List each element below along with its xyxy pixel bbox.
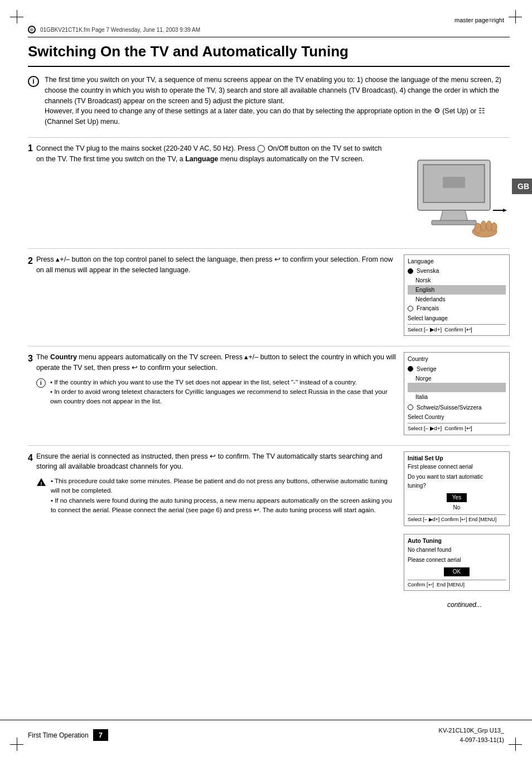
circle-mark: ⊕ (28, 26, 36, 33)
auto-tuning-footer: Confirm [↩] End [MENU] (408, 580, 506, 589)
initial-setup-footer: Select [– ▶d+] Confirm [↩] End [MENU] (408, 514, 506, 523)
crosshair-top-left (10, 10, 23, 23)
info-icon: i (28, 76, 39, 87)
tv-image-area (398, 143, 510, 238)
screen2-item-1: Svenska (415, 266, 440, 276)
product-code: KV-21CL10K_Grp U13_ (439, 726, 504, 735)
auto-tuning-box: Auto Tuning No channel found Please conn… (404, 534, 510, 591)
step-4-screens: Initial Set Up First please connect aeri… (404, 451, 510, 591)
step-4-section: 4 Ensure the aerial is connected as inst… (28, 451, 510, 591)
svg-point-11 (486, 221, 492, 231)
svg-point-10 (481, 221, 486, 231)
screen2-item-2: Norsk (408, 276, 506, 285)
initial-setup-buttons: Yes No (408, 492, 506, 512)
bullet-filled-3 (408, 366, 413, 372)
initial-setup-line3: tuning? (408, 482, 506, 490)
bullet-2 (408, 306, 413, 311)
step-1-number: 1 (28, 143, 33, 153)
warning-icon-4: ! (36, 478, 46, 487)
intro-text: The first time you switch on your TV, a … (45, 75, 510, 127)
page-number: 7 (93, 729, 108, 741)
auto-tuning-line1: No channel found (408, 546, 506, 554)
step-4-left: 4 Ensure the aerial is connected as inst… (28, 451, 396, 519)
step-2-screen: Language Svenska Norsk English Nederland… (404, 254, 510, 336)
note-4a-text: • This procedure could take some minutes… (51, 476, 396, 515)
svg-rect-5 (432, 220, 476, 225)
intro-box: i The first time you switch on your TV, … (28, 75, 510, 127)
divider-4 (28, 445, 510, 446)
screen2-select-label: Select language (408, 315, 506, 322)
step-1-section: 1 Connect the TV plug to the mains socke… (28, 143, 510, 238)
step-4-content: Ensure the aerial is connected as instru… (36, 451, 396, 519)
step-1-content: Connect the TV plug to the mains socket … (36, 143, 390, 165)
auto-tuning-title: Auto Tuning (408, 537, 506, 545)
step-3-left: 3 The Country menu appears automatically… (28, 352, 396, 410)
svg-point-9 (475, 223, 481, 233)
note-icon-i-3a: i (36, 378, 46, 388)
screen2-item-4: Nederlands (408, 295, 506, 304)
initial-setup-line1: First please connect aerial (408, 463, 506, 471)
top-meta: master page=right (28, 17, 510, 23)
auto-tuning-line2: Please connect aerial (408, 556, 506, 564)
step-2-section: 2 Press ▴+/– button on the top control p… (28, 254, 510, 336)
bottom-nav: First Time Operation 7 KV-21CL10K_Grp U1… (0, 720, 532, 744)
auto-tuning-ok: OK (408, 566, 506, 577)
crosshair-top-right (509, 10, 522, 23)
screen2-item-3: English (408, 285, 506, 295)
gb-tab: GB (512, 179, 532, 194)
screen2-item-5: Français (415, 304, 440, 313)
screen3-item-4: Italia (408, 392, 506, 402)
divider-3 (28, 346, 510, 346)
screen2-footer: Select [– ▶d+] Confirm [↩] (408, 324, 506, 333)
yes-button: Yes (447, 493, 467, 502)
continued-text: continued... (28, 601, 510, 609)
step-2-left: 2 Press ▴+/– button on the top control p… (28, 254, 396, 276)
initial-setup-title: Initial Set Up (408, 454, 506, 463)
screen3-item-3 (408, 383, 506, 392)
bullet-filled-2 (408, 268, 413, 274)
svg-marker-7 (503, 209, 507, 212)
step-3-section: 3 The Country menu appears automatically… (28, 352, 510, 435)
step-3-content: The Country menu appears automatically o… (36, 352, 396, 410)
note-3a-text: • If the country in which you want to us… (50, 378, 396, 407)
svg-point-12 (491, 223, 497, 232)
master-page-label: master page=right (454, 17, 504, 23)
screen3-footer: Select [– ▶d+] Confirm [↩] (408, 423, 506, 432)
file-info: ⊕ 01GBKV21CT1K.fm Page 7 Wednesday, June… (28, 26, 510, 37)
step-1-text-area: 1 Connect the TV plug to the mains socke… (28, 143, 390, 165)
divider-2 (28, 248, 510, 249)
screen3-title: Country (408, 355, 506, 363)
step-2-number: 2 (28, 254, 33, 268)
tv-illustration (401, 149, 507, 238)
initial-setup-line2: Do you want to start automatic (408, 473, 506, 481)
svg-marker-4 (440, 210, 468, 221)
first-time-op-label: First Time Operation (28, 731, 89, 739)
step-3-screen: Country Sverige Norge Italia Schweiz/Sui… (404, 352, 510, 435)
svg-text:!: ! (40, 481, 42, 487)
bullet-3 (408, 404, 413, 410)
file-info-text: 01GBKV21CT1K.fm Page 7 Wednesday, June 1… (40, 27, 200, 33)
step-4-notes: ! • This procedure could take some minut… (36, 476, 396, 515)
divider-1 (28, 137, 510, 138)
step-3-notes: i • If the country in which you want to … (36, 378, 396, 407)
screen2-title: Language (408, 257, 506, 266)
initial-setup-box: Initial Set Up First please connect aeri… (404, 451, 510, 526)
screen3-item-1: Sverige (415, 364, 438, 374)
screen3-item-2: Norge (408, 374, 506, 383)
page-title: Switching On the TV and Automatically Tu… (28, 43, 510, 67)
no-button: No (453, 504, 461, 512)
bottom-right-info: KV-21CL10K_Grp U13_ 4-097-193-11(1) (439, 726, 504, 744)
screen3-select-label: Select Country (408, 413, 506, 421)
step-3-number: 3 (28, 352, 33, 365)
ok-button: OK (444, 567, 470, 576)
svg-rect-3 (443, 177, 465, 188)
step-2-content: Press ▴+/– button on the top control pan… (36, 254, 396, 276)
page-num-area: First Time Operation 7 (28, 729, 108, 741)
screen3-item-5: Schweiz/Suisse/Svizzera (415, 403, 483, 412)
step-4-number: 4 (28, 451, 33, 465)
part-number: 4-097-193-11(1) (439, 735, 504, 745)
